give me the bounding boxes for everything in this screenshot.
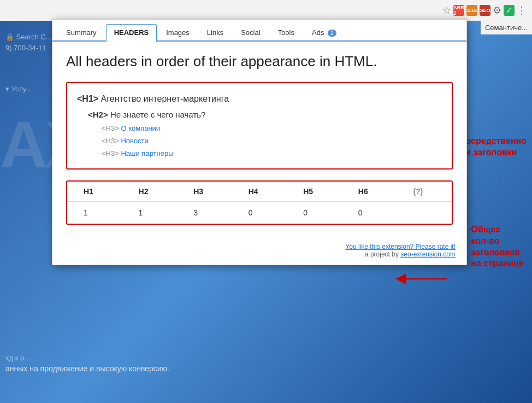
col-h3: H3 xyxy=(177,182,232,202)
h1-entry: <H1> Агентство интернет-маркетинга xyxy=(77,91,442,107)
extension-label: Семантиче... xyxy=(481,21,532,34)
h3-link-2[interactable]: Новости xyxy=(121,137,148,145)
h3-entry-2: <H3> Новости xyxy=(77,135,442,147)
val-h1: 1 xyxy=(67,201,122,224)
h3-entry-3: <H3> Наши партнеры xyxy=(77,147,442,160)
col-help: (?) xyxy=(397,182,452,202)
col-h5: H5 xyxy=(287,182,342,202)
tab-images[interactable]: Images xyxy=(158,24,198,40)
popup-content: All headers in order of their appearance… xyxy=(52,42,466,236)
val-help xyxy=(397,201,452,224)
h3-tag-2: <H3> xyxy=(102,137,119,145)
version-icon[interactable]: 2.16 xyxy=(466,5,477,16)
h1-text: Агентство интернет-маркетинга xyxy=(101,94,229,103)
headers-list-box: <H1> Агентство интернет-маркетинга <H2> … xyxy=(66,82,453,170)
val-h4: 0 xyxy=(232,201,287,224)
extension-check-icon[interactable]: ✓ xyxy=(504,5,515,16)
h3-link-1[interactable]: О компании xyxy=(121,124,160,132)
tab-headers[interactable]: HEADERS xyxy=(106,24,157,42)
bg-services: ▾ Услу... xyxy=(5,85,32,93)
page-heading: All headers in order of their appearance… xyxy=(66,52,453,71)
h3-tag-3: <H3> xyxy=(102,149,119,157)
tab-bar: Summary HEADERS Images Links Social Tool… xyxy=(52,20,466,42)
settings-icon[interactable]: ⚙ xyxy=(493,4,501,16)
tab-summary[interactable]: Summary xyxy=(58,24,105,40)
col-h6: H6 xyxy=(342,182,397,202)
h3-tag-1: <H3> xyxy=(102,124,119,132)
ads-badge: 2 xyxy=(328,30,336,37)
headers-count-table: H1 H2 H3 H4 H5 H6 (?) 1 1 3 0 xyxy=(67,182,452,224)
tab-ads[interactable]: Ads 2 xyxy=(304,24,345,40)
bg-bottom-texts: хд к р... анных на продвижение и высокую… xyxy=(5,354,169,373)
table-data-row: 1 1 3 0 0 0 xyxy=(67,201,452,224)
star-icon[interactable]: ☆ xyxy=(442,4,451,16)
h2-tag: <H2> xyxy=(88,110,108,119)
project-text: a project by xyxy=(365,250,400,258)
rate-link[interactable]: You like this extension? Please rate it! xyxy=(345,243,456,250)
seo-icon[interactable]: SEO xyxy=(480,5,490,16)
val-h2: 1 xyxy=(122,201,178,224)
col-h1: H1 xyxy=(67,182,122,202)
seo-popup: Summary HEADERS Images Links Social Tool… xyxy=(52,19,467,265)
annotation-count-label: Общее кол-во заголовков на странице xyxy=(471,224,524,270)
col-h2: H2 xyxy=(122,182,178,202)
help-icon[interactable]: (?) xyxy=(413,187,423,196)
h3-entry-1: <H3> О компании xyxy=(77,122,442,135)
project-link[interactable]: seo-extension.com xyxy=(400,250,456,258)
more-icon[interactable]: ⋮ xyxy=(517,4,527,16)
h2-text: Не знаете с чего начать? xyxy=(110,110,206,119)
tab-tools[interactable]: Tools xyxy=(270,24,303,40)
val-h3: 3 xyxy=(177,201,232,224)
abr-icon[interactable]: ABR2 xyxy=(453,5,464,16)
col-h4: H4 xyxy=(232,182,287,202)
val-h6: 0 xyxy=(342,201,397,224)
val-h5: 0 xyxy=(287,201,342,224)
bg-site-label: 🔒 Search C... 9) 700-34-11 xyxy=(5,33,52,52)
arrow-to-count xyxy=(395,268,450,290)
h1-tag: <H1> xyxy=(77,94,98,103)
headers-count-table-wrapper: H1 H2 H3 H4 H5 H6 (?) 1 1 3 0 xyxy=(66,180,453,225)
tab-links[interactable]: Links xyxy=(199,24,232,40)
table-header-row: H1 H2 H3 H4 H5 H6 (?) xyxy=(67,182,452,202)
browser-toolbar: ☆ ABR2 2.16 SEO ⚙ ✓ ⋮ xyxy=(0,0,532,21)
tab-social[interactable]: Social xyxy=(233,24,268,40)
popup-footer: You like this extension? Please rate it!… xyxy=(52,236,466,265)
h2-entry: <H2> Не знаете с чего начать? xyxy=(77,107,442,122)
h3-link-3[interactable]: Наши партнеры xyxy=(121,149,173,157)
